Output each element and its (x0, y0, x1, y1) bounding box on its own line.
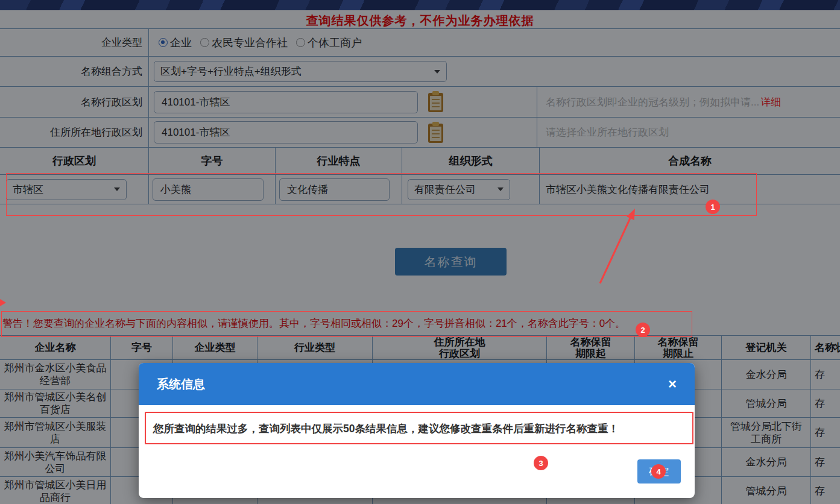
dialog-title: 系统信息 (157, 376, 205, 392)
confirm-button[interactable]: 确定 (637, 459, 681, 484)
system-info-dialog: 系统信息 × 您所查询的结果过多，查询列表中仅展示50条结果信息，建议您修改查重… (139, 363, 695, 498)
app-root: 查询结果仅供参考，不作为业务办理依据 企业类型 企业 农民专业合作社 个体工商 (0, 0, 840, 504)
dialog-message: 您所查询的结果过多，查询列表中仅展示50条结果信息，建议您修改查重条件后重新进行… (147, 414, 692, 444)
close-icon[interactable]: × (668, 377, 677, 391)
dialog-header: 系统信息 × (139, 363, 695, 405)
